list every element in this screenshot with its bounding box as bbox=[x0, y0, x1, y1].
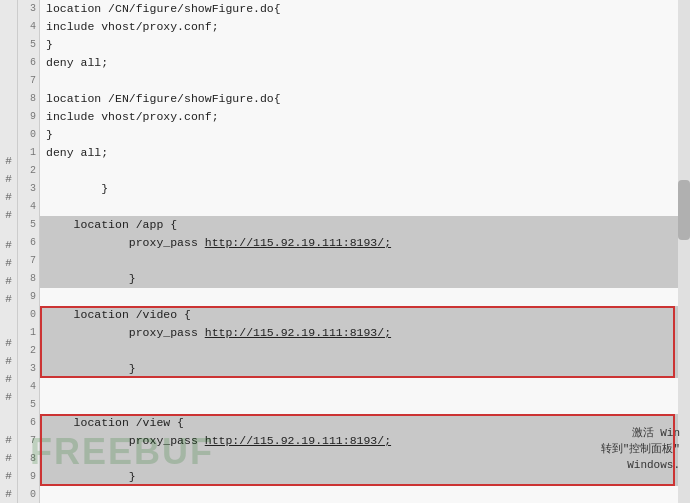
code-line-18: location /video { bbox=[40, 306, 690, 324]
code-line-25: proxy_pass http://115.92.19.111:8193/; bbox=[40, 432, 690, 450]
hash-column: # # # # # # # # # # # # # # # # bbox=[0, 0, 18, 503]
scrollbar-thumb[interactable] bbox=[678, 180, 690, 240]
code-line-16: } bbox=[40, 270, 690, 288]
code-line-20 bbox=[40, 342, 690, 360]
line-numbers: 3 4 5 6 7 8 9 0 1 2 3 4 5 6 7 8 9 0 1 2 … bbox=[18, 0, 40, 503]
code-line-17 bbox=[40, 288, 690, 306]
code-line-3: } bbox=[40, 36, 690, 54]
code-container: # # # # # # # # # # # # # # # # 3 bbox=[0, 0, 690, 503]
code-line-9: deny all; bbox=[40, 144, 690, 162]
code-line-26 bbox=[40, 450, 690, 468]
code-content: location /CN/figure/showFigure.do{ inclu… bbox=[40, 0, 690, 503]
code-line-7: include vhost/proxy.conf; bbox=[40, 108, 690, 126]
activate-windows: 激活 Win 转到"控制面板" Windows. bbox=[601, 425, 680, 473]
code-line-4: deny all; bbox=[40, 54, 690, 72]
code-line-12 bbox=[40, 198, 690, 216]
code-line-22 bbox=[40, 378, 690, 396]
code-line-6: location /EN/figure/showFigure.do{ bbox=[40, 90, 690, 108]
code-line-11: } bbox=[40, 180, 690, 198]
code-line-8: } bbox=[40, 126, 690, 144]
code-line-21: } bbox=[40, 360, 690, 378]
editor-area: # # # # # # # # # # # # # # # # 3 bbox=[0, 0, 690, 503]
code-line-15 bbox=[40, 252, 690, 270]
code-line-14: proxy_pass http://115.92.19.111:8193/; bbox=[40, 234, 690, 252]
code-line-28 bbox=[40, 486, 690, 503]
code-line-24: location /view { bbox=[40, 414, 690, 432]
code-line-27: } bbox=[40, 468, 690, 486]
code-line-5 bbox=[40, 72, 690, 90]
code-line-13: location /app { bbox=[40, 216, 690, 234]
code-line-1: location /CN/figure/showFigure.do{ bbox=[40, 0, 690, 18]
code-line-2: include vhost/proxy.conf; bbox=[40, 18, 690, 36]
activate-line1: 激活 Win bbox=[601, 425, 680, 441]
code-line-23 bbox=[40, 396, 690, 414]
code-line-19: proxy_pass http://115.92.19.111:8193/; bbox=[40, 324, 690, 342]
activate-line3: Windows. bbox=[601, 457, 680, 473]
code-line-10 bbox=[40, 162, 690, 180]
activate-line2: 转到"控制面板" bbox=[601, 441, 680, 457]
